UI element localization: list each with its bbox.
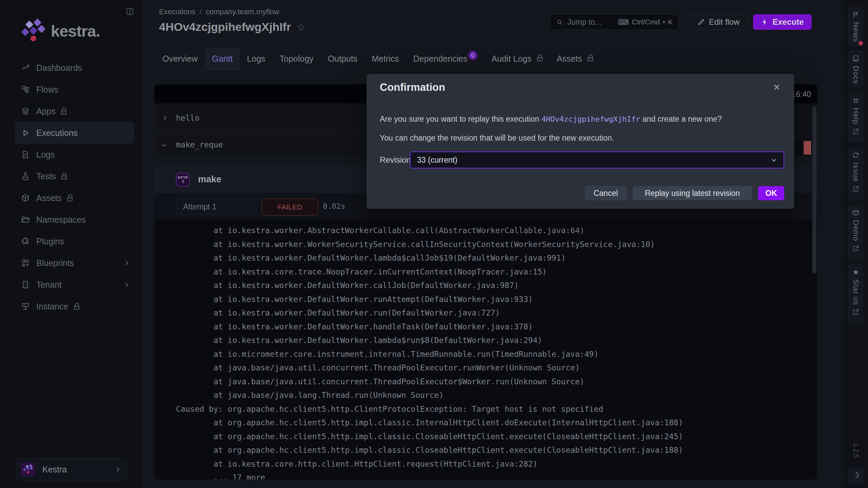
tab-dependencies[interactable]: Dependencies 0 [406,47,485,70]
modal-message-secondary: You can change the revision that will be… [380,134,614,143]
revisions-selected-value: 33 (current) [417,156,457,165]
execute-button[interactable]: Execute [753,14,812,30]
tab-audit-logs[interactable]: Audit Logs [485,47,550,70]
tab-logs[interactable]: Logs [240,47,272,70]
breadcrumb-flow[interactable]: company.team.myflow [206,7,279,16]
building-icon [21,280,30,289]
page-title: 4HOv4zcjgpihefwgXjhIfr [159,20,291,34]
avatar [21,462,35,476]
modal-actions: Cancel Replay using latest revision OK [585,186,784,200]
sidebar-item-assets[interactable]: Assets [15,187,134,209]
replay-latest-revision-button[interactable]: Replay using latest revision [633,186,752,200]
tab-gantt[interactable]: Gantt [205,47,240,70]
edit-flow-button[interactable]: Edit flow [688,14,749,30]
breadcrumb-separator: / [200,7,202,16]
shortcut-hint: ⌨ Ctrl/Cmd + K [618,18,673,26]
chevron-right-icon[interactable] [162,116,166,120]
external-link-icon [852,245,860,252]
user-card[interactable]: Kestra [16,458,126,481]
lock-icon [588,57,593,61]
sidebar-item-apps[interactable]: Apps [15,100,134,122]
sidebar-item-plugins[interactable]: Plugins [15,230,134,252]
kestra-logo-icon [20,20,45,42]
kestra-wordmark: kestra. [51,22,100,40]
attempt-tab[interactable]: Attempt 1 [176,199,256,215]
sidebar-item-instance[interactable]: Instance [15,296,134,317]
slack-icon [852,97,860,104]
right-rail: News Docs Help Issue Demo Star us [844,0,868,488]
tab-assets[interactable]: Assets [550,47,600,70]
rail-docs[interactable]: Docs [848,50,864,88]
jump-to-search[interactable]: ⌨ Ctrl/Cmd + K [550,14,678,30]
puzzle-icon [21,237,30,246]
chart-icon [21,63,30,72]
rail-star-us[interactable]: Star us [848,264,864,324]
theme-toggle-moon-icon[interactable]: ☽ [848,467,864,484]
kestra-logo: kestra. [20,20,100,42]
sidebar-nav: Dashboards Flows Apps Executions Logs Te… [0,57,142,317]
sidebar-item-namespaces[interactable]: Namespaces [15,209,134,230]
external-link-icon [852,185,860,193]
sidebar-item-flows[interactable]: Flows [15,79,134,100]
folder-icon [21,215,30,224]
flask-icon [21,172,30,181]
lock-icon [61,176,67,180]
sidebar-item-tests[interactable]: Tests [15,165,134,187]
monitor-icon [852,209,860,217]
execution-tabs: Overview Gantt Logs Topology Outputs Met… [142,47,844,70]
stack-trace-log: at io.kestra.worker.AbstractWorkerCallab… [154,219,817,480]
gantt-failed-bar[interactable] [804,141,811,155]
attempt-duration: 0.02s [323,202,345,210]
sidebar-item-blueprints[interactable]: Blueprints [15,252,134,274]
sidebar-collapse-icon[interactable] [125,7,135,17]
layers-icon [21,107,30,116]
sidebar-item-logs[interactable]: Logs [15,144,134,165]
rail-news[interactable]: News [848,7,864,46]
content-scrollbar[interactable] [812,107,816,273]
sidebar: kestra. Dashboards Flows Apps Executions… [0,0,142,488]
favorite-star-icon[interactable]: ☆ [296,21,305,33]
task-name: make [198,174,221,185]
document-icon [21,150,30,159]
rail-demo[interactable]: Demo [848,205,864,260]
modal-message-primary: Are you sure you want to replay this exe… [380,115,722,124]
sidebar-item-dashboards[interactable]: Dashboards [15,57,134,79]
chevron-right-icon [124,283,128,287]
notification-dot [859,41,863,45]
execution-id: 4HOv4zcjgpihefwgXjhIfr [541,115,640,123]
dependency-count-badge: 0 [468,51,477,60]
server-icon [21,302,30,311]
confirmation-modal: Confirmation ✕ Are you sure you want to … [367,74,794,209]
lock-icon [67,197,73,201]
revisions-select[interactable]: 33 (current) [410,151,784,168]
search-input[interactable] [567,18,618,27]
breadcrumb: Executions / company.team.myflow [159,7,279,16]
attempt-status-badge: FAILED [262,199,318,216]
ok-button[interactable]: OK [758,186,784,200]
close-icon[interactable]: ✕ [773,82,781,93]
search-icon [556,19,563,26]
main-area: Executions / company.team.myflow 4HOv4zc… [142,0,844,488]
book-icon [852,55,860,62]
external-link-icon [852,308,860,316]
sidebar-item-executions[interactable]: Executions [15,122,134,144]
tab-metrics[interactable]: Metrics [364,47,406,70]
tab-overview[interactable]: Overview [155,47,205,70]
flag-icon [852,11,860,19]
breadcrumb-executions[interactable]: Executions [159,7,196,16]
tab-topology[interactable]: Topology [273,47,321,70]
flows-icon [21,85,30,94]
external-link-icon [852,128,860,135]
user-name: Kestra [42,465,67,474]
tab-outputs[interactable]: Outputs [321,47,365,70]
keyboard-icon: ⌨ [618,18,629,26]
star-icon [852,268,860,276]
chevron-down-icon [772,157,776,162]
chevron-down-icon[interactable] [162,142,166,147]
rail-help[interactable]: Help [848,93,864,143]
log-area: at io.kestra.worker.AbstractWorkerCallab… [154,219,817,480]
cancel-button[interactable]: Cancel [585,186,627,200]
sidebar-item-tenant[interactable]: Tenant [15,274,134,296]
rail-issue[interactable]: Issue [848,147,864,200]
kestra-app: kestra. Dashboards Flows Apps Executions… [0,0,868,488]
